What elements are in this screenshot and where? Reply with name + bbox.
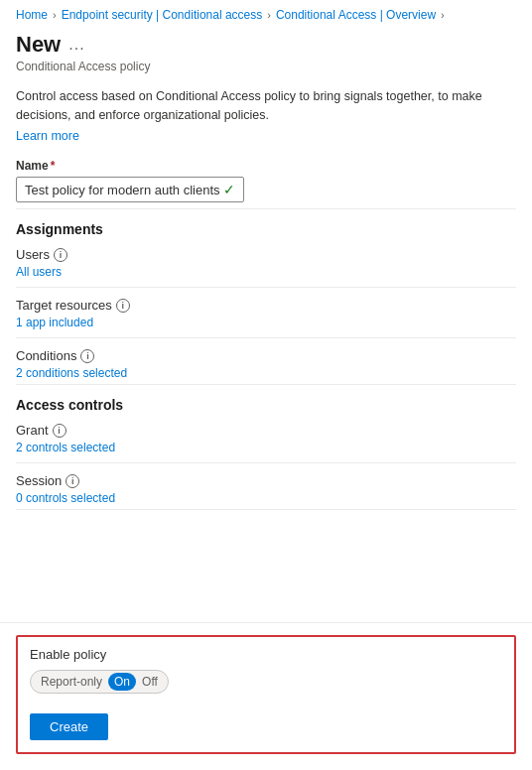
divider-users [16, 287, 516, 288]
grant-value[interactable]: 2 controls selected [16, 441, 115, 454]
name-section: Name* ✓ [0, 149, 532, 208]
toggle-report-only[interactable]: Report-only [35, 673, 108, 691]
breadcrumb-sep-1: › [53, 9, 57, 21]
session-info-icon[interactable]: i [66, 474, 79, 488]
bottom-section: Enable policy Report-only On Off Create [0, 622, 532, 770]
toggle-on[interactable]: On [108, 673, 136, 691]
conditions-info-icon[interactable]: i [80, 349, 94, 363]
check-icon: ✓ [223, 182, 235, 197]
breadcrumb-conditional-access[interactable]: Conditional Access | Overview [276, 8, 436, 22]
page-header: New ... Conditional Access policy [0, 28, 532, 75]
divider-grant [16, 462, 516, 463]
toggle-off[interactable]: Off [136, 673, 164, 691]
breadcrumb-endpoint-security[interactable]: Endpoint security | Conditional access [62, 8, 263, 22]
conditions-label: Conditions [16, 348, 76, 363]
conditions-row: Conditions i 2 conditions selected [0, 342, 532, 384]
breadcrumb-sep-2: › [267, 9, 271, 21]
grant-label: Grant [16, 423, 49, 438]
breadcrumb-home[interactable]: Home [16, 8, 48, 22]
target-resources-label: Target resources [16, 298, 112, 313]
breadcrumb: Home › Endpoint security | Conditional a… [0, 0, 532, 28]
session-value[interactable]: 0 controls selected [16, 491, 115, 505]
users-label: Users [16, 247, 50, 262]
policy-toggle-row[interactable]: Report-only On Off [30, 670, 502, 694]
grant-info-icon[interactable]: i [53, 424, 66, 438]
learn-more-link[interactable]: Learn more [16, 127, 516, 146]
enable-policy-box: Enable policy Report-only On Off Create [16, 635, 516, 754]
enable-policy-label: Enable policy [30, 647, 502, 662]
target-resources-row: Target resources i 1 app included [0, 292, 532, 333]
users-row: Users i All users [0, 241, 532, 283]
description-block: Control access based on Conditional Acce… [0, 75, 532, 149]
access-controls-section-title: Access controls [0, 385, 532, 417]
divider-after-session [16, 509, 516, 510]
assignments-section-title: Assignments [0, 209, 532, 241]
users-value[interactable]: All users [16, 265, 62, 279]
divider-target-resources [16, 337, 516, 338]
page-subtitle: Conditional Access policy [16, 60, 516, 73]
name-input[interactable] [25, 183, 219, 197]
grant-row: Grant i 2 controls selected [0, 417, 532, 458]
page-title-text: New [16, 32, 61, 58]
target-resources-value[interactable]: 1 app included [16, 316, 93, 329]
target-resources-info-icon[interactable]: i [116, 299, 130, 313]
policy-toggle[interactable]: Report-only On Off [30, 670, 169, 694]
session-row: Session i 0 controls selected [0, 467, 532, 509]
breadcrumb-sep-3: › [441, 9, 445, 21]
page-title-ellipsis[interactable]: ... [68, 36, 84, 54]
name-input-row[interactable]: ✓ [16, 177, 244, 202]
users-info-icon[interactable]: i [54, 248, 67, 262]
session-label: Session [16, 473, 62, 488]
create-button[interactable]: Create [30, 713, 108, 740]
description-text: Control access based on Conditional Acce… [16, 89, 482, 122]
conditions-value[interactable]: 2 conditions selected [16, 366, 127, 380]
name-field-label: Name* [16, 159, 516, 173]
